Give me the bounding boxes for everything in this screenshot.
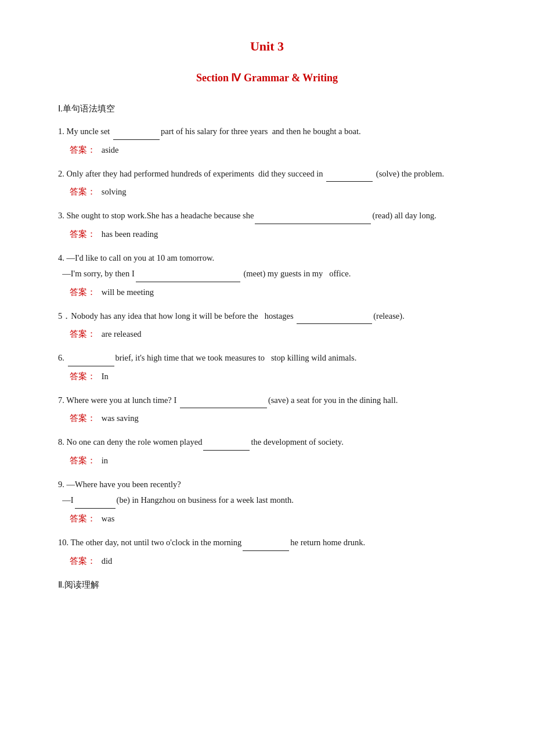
question-text-3: 3. She ought to stop work.She has a head… bbox=[58, 208, 488, 224]
answer-value-8: in bbox=[102, 456, 108, 465]
question-block-8: 8. No one can deny the role women played… bbox=[58, 434, 488, 469]
question-block-7: 7. Where were you at lunch time? I (save… bbox=[58, 393, 488, 427]
answer-label-3: 答案： bbox=[70, 229, 96, 239]
answer-value-3: has been reading bbox=[102, 229, 158, 239]
answer-value-2: solving bbox=[102, 187, 127, 196]
answer-value-4: will be meeting bbox=[102, 287, 154, 297]
answer-row-7: 答案： was saving bbox=[70, 411, 488, 426]
answer-row-3: 答案： has been reading bbox=[70, 226, 488, 242]
section-title: Section Ⅳ Grammar & Writing bbox=[46, 69, 488, 87]
answer-row-4: 答案： will be meeting bbox=[70, 285, 488, 300]
answer-label-9: 答案： bbox=[70, 514, 96, 523]
question-text-2: 2. Only after they had performed hundred… bbox=[58, 166, 488, 182]
answer-value-7: was saving bbox=[102, 413, 139, 423]
question-text-10: 10. The other day, not until two o'clock… bbox=[58, 535, 488, 551]
answer-row-8: 答案： in bbox=[70, 453, 488, 469]
section2-label: Ⅱ.阅读理解 bbox=[58, 577, 488, 593]
question-text-5: 5．Nobody has any idea that how long it w… bbox=[58, 308, 488, 325]
question-block-1: 1. My uncle set part of his salary for t… bbox=[58, 124, 488, 158]
answer-label-1: 答案： bbox=[70, 145, 96, 154]
answer-row-1: 答案： aside bbox=[70, 142, 488, 158]
page-title: Unit 3 bbox=[46, 35, 488, 58]
answer-label-2: 答案： bbox=[70, 187, 96, 196]
answer-label-5: 答案： bbox=[70, 329, 96, 339]
answer-value-9: was bbox=[102, 514, 115, 523]
answer-label-7: 答案： bbox=[70, 413, 96, 423]
question-block-5: 5．Nobody has any idea that how long it w… bbox=[58, 308, 488, 343]
question-block-10: 10. The other day, not until two o'clock… bbox=[58, 535, 488, 569]
question-block-2: 2. Only after they had performed hundred… bbox=[58, 166, 488, 200]
answer-value-6: In bbox=[102, 372, 109, 381]
answer-value-5: are released bbox=[102, 329, 142, 339]
answer-row-10: 答案： did bbox=[70, 553, 488, 569]
answer-row-5: 答案： are released bbox=[70, 326, 488, 342]
question-block-4: 4. —I'd like to call on you at 10 am tom… bbox=[58, 250, 488, 300]
question-text-4a: 4. —I'd like to call on you at 10 am tom… bbox=[58, 250, 488, 267]
answer-value-10: did bbox=[102, 556, 113, 566]
answer-label-8: 答案： bbox=[70, 456, 96, 465]
question-text-7: 7. Where were you at lunch time? I (save… bbox=[58, 393, 488, 409]
question-text-6: 6. brief, it's high time that we took me… bbox=[58, 350, 488, 366]
answer-row-9: 答案： was bbox=[70, 511, 488, 527]
question-text-4b: —I'm sorry, by then I (meet) my guests i… bbox=[58, 266, 488, 282]
question-block-6: 6. brief, it's high time that we took me… bbox=[58, 350, 488, 384]
answer-label-6: 答案： bbox=[70, 372, 96, 381]
answer-label-4: 答案： bbox=[70, 287, 96, 297]
section1-label: Ⅰ.单句语法填空 bbox=[58, 101, 488, 117]
question-text-9b: —I(be) in Hangzhou on business for a wee… bbox=[58, 492, 488, 509]
answer-row-6: 答案： In bbox=[70, 369, 488, 384]
answer-label-10: 答案： bbox=[70, 556, 96, 566]
question-text-1: 1. My uncle set part of his salary for t… bbox=[58, 124, 488, 140]
question-block-3: 3. She ought to stop work.She has a head… bbox=[58, 208, 488, 242]
question-block-9: 9. —Where have you been recently? —I(be)… bbox=[58, 477, 488, 527]
question-text-9a: 9. —Where have you been recently? bbox=[58, 477, 488, 493]
answer-row-2: 答案： solving bbox=[70, 184, 488, 200]
question-text-8: 8. No one can deny the role women played… bbox=[58, 434, 488, 451]
answer-value-1: aside bbox=[102, 145, 119, 154]
